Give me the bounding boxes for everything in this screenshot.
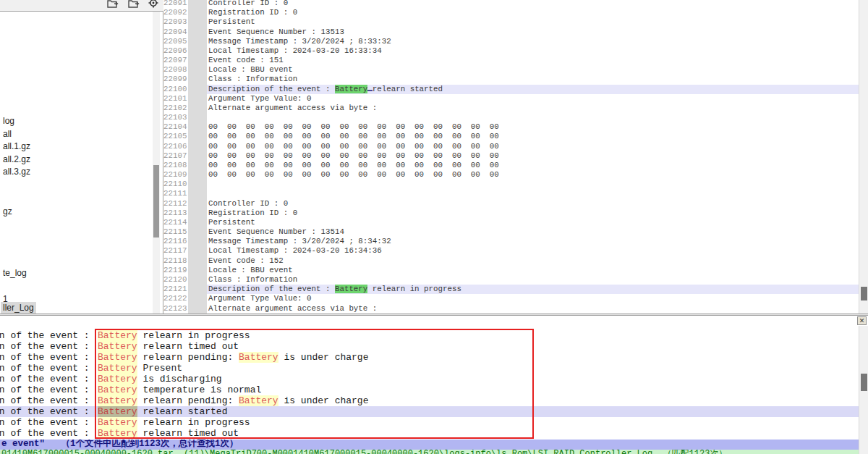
sidebar-item[interactable]: te_log (1, 267, 29, 279)
search-match: Battery (239, 395, 278, 406)
gutter-band (188, 28, 207, 37)
result-row[interactable]: on of the event :Battery temperature is … (0, 384, 859, 395)
search-match: Battery (98, 395, 137, 406)
result-row[interactable]: on of the event :Battery Present (0, 363, 859, 374)
sidebar-scrollbar[interactable] (153, 12, 160, 314)
log-line[interactable]: 22123Alternate argument access via byte … (163, 304, 859, 314)
text-segment: Description of the event : (208, 85, 335, 93)
search-match: Battery (239, 352, 278, 363)
log-line[interactable]: 22120Class : Information (163, 275, 859, 285)
find-results-panel: on of the event :Battery relearn in prog… (0, 316, 868, 454)
sidebar-item[interactable]: gz (1, 206, 14, 217)
result-row[interactable]: on of the event :Battery relearn in prog… (0, 417, 859, 428)
text-segment: Event Sequence Number : 13514 (208, 227, 344, 236)
text-segment: Event code : 151 (208, 56, 284, 64)
line-number: 22097 (163, 56, 188, 65)
result-text: Battery temperature is normal (98, 384, 261, 395)
log-line[interactable]: 2210600 00 00 00 00 00 00 00 00 00 00 00… (163, 142, 859, 151)
result-prefix: on of the event : (0, 428, 90, 439)
search-match: Battery (98, 428, 137, 439)
line-number: 22101 (163, 94, 188, 104)
editor-scrollbar[interactable] (859, 0, 868, 314)
search-file-row[interactable]: 01410M617000015-00040000-1620.tar (11)\M… (0, 450, 859, 454)
sidebar-item[interactable]: all.3.gz (1, 166, 33, 177)
search-match: Battery (98, 330, 137, 341)
log-line[interactable]: 2210500 00 00 00 00 00 00 00 00 00 00 00… (163, 132, 859, 141)
log-line[interactable]: 22101Argument Type Value: 0 (163, 94, 859, 104)
log-line[interactable]: 22097Event code : 151 (163, 56, 859, 65)
log-line[interactable]: 22095Message Timestamp : 3/20/2024 ; 8:3… (163, 37, 859, 46)
line-number: 22114 (163, 218, 188, 227)
line-number: 22112 (163, 199, 188, 209)
log-line[interactable]: 22117Local Timestamp : 2024-03-20 16:34:… (163, 246, 859, 256)
log-line[interactable]: 22092Registration ID : 0 (163, 8, 859, 17)
log-line[interactable]: 22114Persistent (163, 218, 859, 227)
log-line[interactable]: 22100Description of the event : Batteryr… (163, 85, 859, 94)
locate-file-icon[interactable] (148, 0, 159, 9)
text-segment: relearn in progress (137, 330, 250, 341)
result-row[interactable]: on of the event :Battery relearn pending… (0, 395, 859, 406)
result-row[interactable]: on of the event :Battery relearn started (0, 406, 859, 417)
result-row[interactable]: on of the event :Battery relearn pending… (0, 352, 859, 363)
search-match: Battery (98, 417, 137, 428)
log-line[interactable]: 22119Locale : BBU event (163, 266, 859, 275)
line-number: 22109 (163, 170, 188, 180)
gutter-band (188, 113, 207, 122)
sidebar-item[interactable]: log (1, 115, 17, 127)
line-text: Message Timestamp : 3/20/2024 ; 8:34:32 (207, 237, 859, 246)
gutter-band (188, 256, 207, 266)
sidebar-scrollbar-thumb[interactable] (153, 165, 159, 237)
result-row[interactable]: on of the event :Battery is discharging (0, 374, 859, 384)
log-line[interactable]: 22112Controller ID : 0 (163, 199, 859, 209)
line-number: 22098 (163, 65, 188, 75)
folder-sync-icon[interactable] (128, 0, 140, 9)
text-segment: 00 00 00 00 00 00 00 00 00 00 00 00 00 0… (208, 142, 499, 151)
log-line[interactable]: 22103 (163, 113, 859, 122)
log-line[interactable]: 22094Event Sequence Number : 13513 (163, 28, 859, 37)
editor-scrollbar-thumb[interactable] (861, 287, 867, 300)
gutter-band (188, 180, 207, 189)
text-segment: temperature is normal (137, 384, 262, 395)
results-scrollbar-thumb[interactable] (861, 374, 867, 391)
folder-export-icon[interactable] (107, 0, 119, 9)
search-match: Battery (98, 406, 137, 417)
text-segment: relearn timed out (137, 428, 239, 439)
log-line[interactable]: 22099Class : Information (163, 75, 859, 84)
gutter-band (188, 227, 207, 237)
log-line[interactable]: 22116Message Timestamp : 3/20/2024 ; 8:3… (163, 237, 859, 246)
text-segment: 00 00 00 00 00 00 00 00 00 00 00 00 00 0… (208, 161, 499, 169)
line-text: Class : Information (207, 275, 859, 285)
log-line[interactable]: 22111 (163, 189, 859, 198)
log-line[interactable]: 22122Argument Type Value: 0 (163, 294, 859, 303)
close-results-button[interactable]: ✕ (857, 316, 867, 325)
search-summary-row[interactable]: e event" （1个文件中匹配到1123次，总计查找1次） (0, 440, 859, 450)
gutter-band (188, 170, 207, 180)
results-scrollbar[interactable] (859, 326, 868, 454)
log-line[interactable]: 22098Locale : BBU event (163, 65, 859, 75)
log-line[interactable]: 2210800 00 00 00 00 00 00 00 00 00 00 00… (163, 161, 859, 170)
log-line[interactable]: 22115Event Sequence Number : 13514 (163, 227, 859, 237)
log-line[interactable]: 22091Controller ID : 0 (163, 0, 859, 8)
log-line[interactable]: 2210900 00 00 00 00 00 00 00 00 00 00 00… (163, 170, 859, 180)
line-number: 22110 (163, 180, 188, 189)
sidebar-item[interactable]: all.1.gz (1, 140, 33, 152)
log-line[interactable]: 2210400 00 00 00 00 00 00 00 00 00 00 00… (163, 122, 859, 132)
log-line[interactable]: 2210700 00 00 00 00 00 00 00 00 00 00 00… (163, 151, 859, 161)
result-row[interactable]: on of the event :Battery relearn in prog… (0, 330, 859, 341)
log-line[interactable]: 22102Alternate argument access via byte … (163, 104, 859, 113)
log-line[interactable]: 22118Event code : 152 (163, 256, 859, 266)
log-line[interactable]: 22110 (163, 180, 859, 189)
log-line[interactable]: 22096Local Timestamp : 2024-03-20 16:33:… (163, 46, 859, 56)
log-line[interactable]: 22113Registration ID : 0 (163, 209, 859, 218)
log-editor[interactable]: 22091Controller ID : 022092Registration … (163, 0, 859, 314)
result-row[interactable]: on of the event :Battery relearn timed o… (0, 428, 859, 439)
sidebar-item[interactable]: ller_Log (1, 302, 36, 314)
sidebar-item[interactable]: all.2.gz (1, 154, 33, 165)
sidebar-item[interactable]: all (1, 128, 14, 140)
search-match: Battery (98, 352, 137, 363)
search-match: Battery (335, 285, 367, 293)
text-segment: Controller ID : 0 (208, 199, 288, 208)
result-row[interactable]: on of the event :Battery relearn timed o… (0, 341, 859, 352)
log-line[interactable]: 22093Persistent (163, 17, 859, 27)
log-line[interactable]: 22121Description of the event : Battery … (163, 285, 859, 294)
